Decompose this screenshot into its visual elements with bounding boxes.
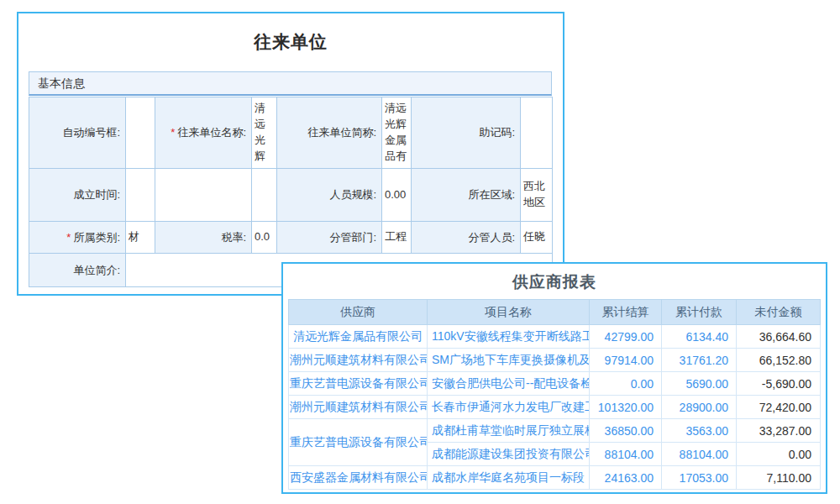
required-asterisk: * [66,231,71,244]
unpaid-cell: 66,152.80 [737,349,821,372]
settled-cell: 36850.00 [590,419,662,443]
settled-cell: 97914.00 [590,349,662,372]
label-tax-rate: 税率: [155,222,252,254]
paid-cell: 6134.40 [662,325,737,349]
label-manager: 分管人员: [412,222,521,254]
report-row: 重庆艺普电源设备有限公司安徽合肥供电公司--配电设备检修0.005690.00-… [289,372,821,396]
label-department: 分管部门: [277,222,382,254]
field-partner-name[interactable]: 清远光辉 [252,97,277,169]
field-staff-scale[interactable]: 0.00 [382,169,412,222]
required-asterisk: * [171,126,175,139]
settled-cell: 0.00 [590,372,662,396]
form-row: 自动编号框:*往来单位名称:清远光辉往来单位简称:清远光辉金属品有助记码: [29,97,553,169]
partner-form-table: 自动编号框:*往来单位名称:清远光辉往来单位简称:清远光辉金属品有助记码:成立时… [29,97,553,287]
settled-cell: 88104.00 [590,443,662,466]
form-row: 成立时间:人员规模:0.00所在区域:西北地区 [29,169,553,222]
project-cell[interactable]: 成都杜甫草堂临时展厅独立展柜 [428,419,590,443]
supplier-report-table: 供应商项目名称累计结算累计付款未付金额清远光辉金属品有限公司110kV安徽线程集… [288,299,821,490]
label-region: 所在区域: [412,169,521,222]
paid-cell: 28900.00 [662,396,737,419]
field-manager[interactable]: 任晓 [521,222,553,254]
report-table-container: 供应商项目名称累计结算累计付款未付金额清远光辉金属品有限公司110kV安徽线程集… [283,299,826,490]
field-region[interactable]: 西北地区 [521,169,553,222]
report-title: 供应商报表 [283,264,826,299]
field-mnemonic-code[interactable] [521,97,553,169]
paid-cell: 5690.00 [662,372,737,396]
supplier-cell[interactable]: 西安盛器金属材料有限公司 [289,466,428,490]
report-row: 清远光辉金属品有限公司110kV安徽线程集变开断线路工程42799.006134… [289,325,821,349]
column-header-2: 累计结算 [590,300,662,325]
field-tax-rate[interactable]: 0.0 [252,222,277,254]
label-mnemonic-code: 助记码: [412,97,521,169]
settled-cell: 42799.00 [590,325,662,349]
supplier-cell[interactable]: 清远光辉金属品有限公司 [289,325,428,349]
form-section: 基本信息 自动编号框:*往来单位名称:清远光辉往来单位简称:清远光辉金属品有助记… [29,71,552,287]
unpaid-cell: 7,110.00 [737,466,821,490]
supplier-cell[interactable]: 潮州元顺建筑材料有限公司 [289,396,428,419]
supplier-cell[interactable]: 重庆艺普电源设备有限公司 [289,419,428,466]
field-auto-number[interactable] [126,97,155,169]
paid-cell: 31761.20 [662,349,737,372]
label-partner-name: *往来单位名称: [155,97,252,169]
label-staff-scale: 人员规模: [277,169,382,222]
field-empty-1[interactable] [155,169,252,222]
unpaid-cell: 36,664.60 [737,325,821,349]
unpaid-cell: 0.00 [737,443,821,466]
form-grid: 自动编号框:*往来单位名称:清远光辉往来单位简称:清远光辉金属品有助记码:成立时… [29,97,552,287]
project-cell[interactable]: 安徽合肥供电公司--配电设备检修 [428,372,590,396]
project-cell[interactable]: 长春市伊通河水力发电厂改建工程 [428,396,590,419]
field-department[interactable]: 工程 [382,222,412,254]
unpaid-cell: -5,690.00 [737,372,821,396]
column-header-0: 供应商 [289,300,428,325]
label-auto-number: 自动编号框: [29,97,126,169]
report-row: 潮州元顺建筑材料有限公司长春市伊通河水力发电厂改建工程101320.002890… [289,396,821,419]
supplier-cell[interactable]: 重庆艺普电源设备有限公司 [289,372,428,396]
column-header-4: 未付金额 [737,300,821,325]
partner-form-panel: 往来单位 基本信息 自动编号框:*往来单位名称:清远光辉往来单位简称:清远光辉金… [17,12,564,296]
paid-cell: 3563.00 [662,419,737,443]
unpaid-cell: 33,287.00 [737,419,821,443]
field-category[interactable]: 材 [126,222,155,254]
unpaid-cell: 72,420.00 [737,396,821,419]
supplier-report-panel: 供应商报表 供应商项目名称累计结算累计付款未付金额清远光辉金属品有限公司110k… [281,262,827,494]
form-row: *所属类别:材税率:0.0分管部门:工程分管人员:任晓 [29,222,553,254]
column-header-3: 累计付款 [662,300,737,325]
paid-cell: 17053.00 [662,466,737,490]
report-row: 西安盛器金属材料有限公司成都水岸华庭名苑项目一标段24163.0017053.0… [289,466,821,490]
project-cell[interactable]: 成都能源建设集团投资有限公司 [428,443,590,466]
settled-cell: 101320.00 [590,396,662,419]
report-row: 重庆艺普电源设备有限公司成都杜甫草堂临时展厅独立展柜36850.003563.0… [289,419,821,443]
field-established-date[interactable] [126,169,155,222]
field-empty-2[interactable] [252,169,277,222]
form-title: 往来单位 [18,13,563,71]
field-partner-abbr[interactable]: 清远光辉金属品有 [382,97,412,169]
project-cell[interactable]: 成都水岸华庭名苑项目一标段 [428,466,590,490]
supplier-cell[interactable]: 潮州元顺建筑材料有限公司 [289,349,428,372]
section-header-basic-info: 基本信息 [29,71,552,96]
label-partner-abbr: 往来单位简称: [277,97,382,169]
column-header-1: 项目名称 [428,300,590,325]
settled-cell: 24163.00 [590,466,662,490]
paid-cell: 88104.00 [662,443,737,466]
project-cell[interactable]: SM广场地下车库更换摄像机及硬盘 [428,349,590,372]
label-profile: 单位简介: [29,254,126,287]
report-row: 潮州元顺建筑材料有限公司SM广场地下车库更换摄像机及硬盘97914.003176… [289,349,821,372]
label-established-date: 成立时间: [29,169,126,222]
project-cell[interactable]: 110kV安徽线程集变开断线路工程 [428,325,590,349]
label-category: *所属类别: [29,222,126,254]
report-header-row: 供应商项目名称累计结算累计付款未付金额 [289,300,821,325]
